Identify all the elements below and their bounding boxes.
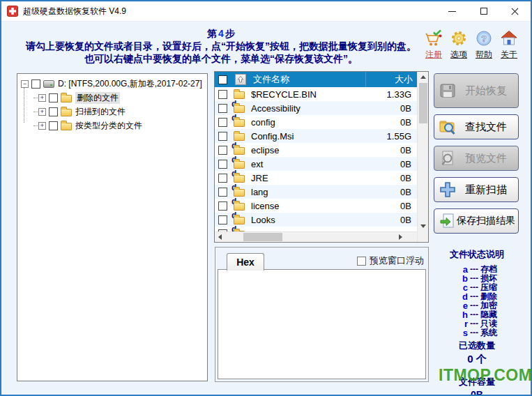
tree-item-checkbox[interactable] [49,121,58,130]
file-row-partial[interactable]: d [215,227,417,231]
scroll-left-button[interactable] [215,232,225,243]
file-row[interactable]: d config 0B [215,115,417,129]
file-row[interactable]: d eclipse 0B [215,143,417,157]
document-arrow-icon [439,212,457,230]
folder-icon [234,119,245,127]
scroll-down-button[interactable] [418,221,428,231]
file-row[interactable]: d Looks 0B [215,213,417,227]
horizontal-scrollbar[interactable] [215,231,417,242]
step-line: 第4步 [20,27,423,40]
scroll-up-button[interactable] [418,72,428,82]
select-all-checkbox[interactable] [218,75,227,84]
row-checkbox[interactable] [218,188,227,197]
folder-icon [234,203,245,211]
tree-item-label[interactable]: 扫描到的文件 [75,106,126,118]
save-scan-results-button[interactable]: 保存扫描结果 [434,208,519,234]
expand-icon[interactable]: + [38,122,46,130]
row-checkbox[interactable] [218,132,227,141]
preview-files-button[interactable]: 预览文件 [434,146,519,171]
folder-icon [234,161,245,169]
row-checkbox[interactable] [218,215,227,224]
file-name[interactable]: lang [251,187,400,197]
icon-cell: d [234,104,248,113]
file-size: 0B [400,215,417,225]
tab-hex[interactable]: Hex [227,253,264,271]
row-checkbox[interactable] [218,201,227,211]
file-row[interactable]: $RECYCLE.BIN 1.33G [215,87,417,101]
row-checkbox[interactable] [218,90,227,99]
scroll-right-button[interactable] [395,232,406,243]
file-name[interactable]: $RECYCLE.BIN [251,89,387,100]
collapse-icon[interactable]: − [21,80,29,88]
tree-item-checkbox[interactable] [49,93,58,102]
file-name[interactable]: Config.Msi [251,131,387,142]
vertical-scroll-thumb[interactable] [419,83,427,123]
row-checkbox[interactable] [218,146,227,155]
app-window: 超级硬盘数据恢复软件 V4.9 第4步 请勾上要恢复的文件或者目录，设置好后，点… [0,0,532,396]
close-button[interactable] [499,1,531,22]
preview-float-option[interactable]: 预览窗口浮动 [357,254,424,267]
rescan-button[interactable]: 重新扫描 [434,177,519,202]
file-name[interactable]: config [251,117,400,128]
register-button[interactable]: 注册 [421,29,446,61]
file-row[interactable]: d ext 0B [215,157,417,171]
file-name[interactable]: license [251,201,400,211]
file-row[interactable]: d JRE 0B [215,171,417,185]
folder-icon [234,175,245,183]
expand-icon[interactable]: + [38,108,46,116]
column-header-size[interactable]: 大小 [365,72,417,87]
horizontal-scroll-thumb[interactable] [243,233,282,241]
tree-root-checkbox[interactable] [31,79,40,89]
icon-cell: d [234,146,248,155]
cart-check-icon [425,29,443,47]
tree-item-scanned-files[interactable]: + 扫描到的文件 [17,105,207,119]
folder-up-button[interactable] [235,74,246,85]
row-checkbox[interactable] [218,174,227,183]
down-arrow-icon [420,224,426,228]
tree-root-label[interactable]: D: [NTFS,200.00G,新加卷,2017-02-27] [58,78,202,90]
tree-item-label[interactable]: 按类型分类的文件 [75,120,142,132]
preview-panel: Hex 预览窗口浮动 [215,247,429,382]
file-size: 0B [400,173,417,183]
file-size: 0B [400,103,417,114]
file-name[interactable]: JRE [251,173,400,183]
document-search-icon [439,149,457,167]
options-button[interactable]: 选项 [446,29,471,61]
plus-cross-icon [439,181,457,199]
step-number: 4 [217,28,225,39]
row-checkbox[interactable] [218,104,227,113]
file-row[interactable]: Config.Msi 1.55G [215,129,417,143]
tree-root-drive[interactable]: − D: [NTFS,200.00G,新加卷,2017-02-27] [17,77,207,91]
column-header-name[interactable]: 文件名称 [253,73,365,86]
vertical-scrollbar[interactable] [417,72,428,242]
rescan-label: 重新扫描 [457,183,515,197]
file-row[interactable]: d license 0B [215,199,417,213]
file-name[interactable]: Accessibility [251,103,400,114]
file-name[interactable]: eclipse [251,145,400,155]
file-name[interactable]: Looks [251,215,400,225]
tree-item-deleted-files[interactable]: + 删除的文件 [17,91,207,105]
tree-item-files-by-type[interactable]: + 按类型分类的文件 [17,119,207,132]
expand-icon[interactable]: + [38,94,46,102]
row-checkbox[interactable] [218,118,227,127]
svg-text:?: ? [481,33,487,44]
folder-icon [61,109,72,116]
row-checkbox[interactable] [218,160,227,169]
start-recovery-button[interactable]: 开始恢复 [434,73,519,108]
about-button[interactable]: 关于 [496,29,522,61]
float-checkbox[interactable] [357,257,366,266]
file-row[interactable]: d Accessibility 0B [215,101,417,115]
tree-item-checkbox[interactable] [49,107,58,116]
file-name[interactable]: ext [251,159,400,169]
maximize-button[interactable] [468,1,499,22]
file-row[interactable]: d lang 0B [215,185,417,199]
tree-item-label[interactable]: 删除的文件 [75,92,120,104]
minimize-button[interactable] [436,1,468,22]
folder-icon [234,231,245,232]
question-sphere-icon: ? [475,29,493,47]
minimize-icon [448,11,456,12]
disk-drive-icon [43,80,54,88]
find-files-button[interactable]: 查找文件 [434,114,519,139]
help-button[interactable]: ? 帮助 [471,29,496,61]
legend-item: s---系统 [431,328,523,337]
